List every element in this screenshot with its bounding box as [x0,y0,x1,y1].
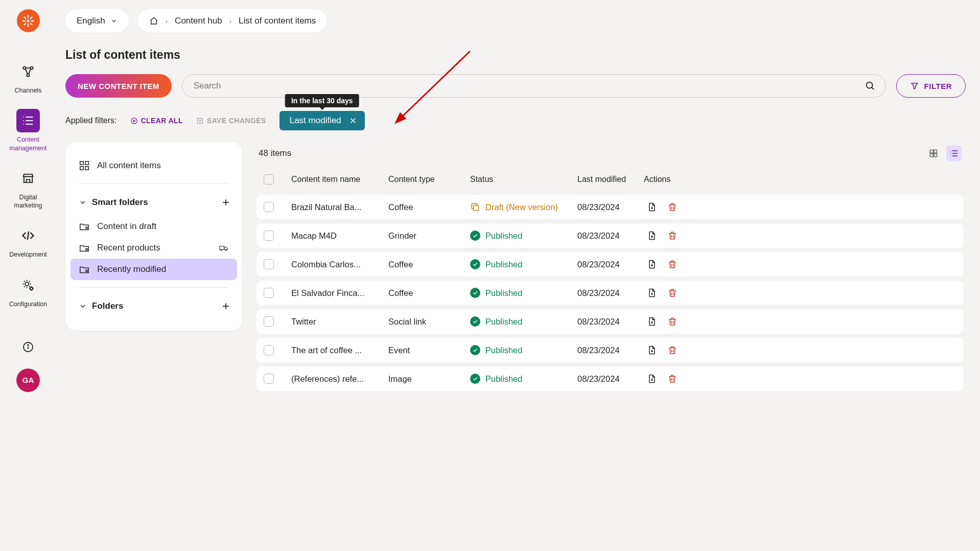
row-name: (References) refe... [291,374,388,384]
svg-point-19 [25,282,29,286]
table-header: Content item name Content type Status La… [256,168,964,191]
open-button[interactable] [647,374,657,384]
file-arrow-icon [647,345,657,355]
open-button[interactable] [647,316,657,327]
svg-line-25 [872,87,874,89]
check-circle-icon [470,288,480,298]
folders-header[interactable]: Folders [65,293,242,319]
file-arrow-icon [647,288,657,298]
open-button[interactable] [647,231,657,241]
delete-button[interactable] [667,231,678,241]
row-checkbox[interactable] [264,288,274,298]
add-folder-button[interactable] [219,299,233,313]
col-modified[interactable]: Last modified [577,175,644,184]
row-checkbox[interactable] [264,374,274,384]
app-logo[interactable] [17,9,40,32]
svg-line-18 [28,232,29,240]
nav-configuration-label: Configuration [9,300,47,308]
delete-button[interactable] [667,202,678,212]
row-status: Published [470,316,577,327]
clear-all-button[interactable]: CLEAR ALL [130,117,183,125]
filter-button[interactable]: FILTER [896,74,966,98]
nav-content-management[interactable]: Content management [0,104,56,157]
file-arrow-icon [647,202,657,212]
col-type[interactable]: Content type [388,175,470,184]
smart-folder-content-in-draft[interactable]: Content in draft [65,216,242,237]
nav-content-mgmt-label: Content management [10,135,47,152]
row-checkbox[interactable] [264,345,274,355]
col-status[interactable]: Status [470,175,577,184]
new-content-item-button[interactable]: NEW CONTENT ITEM [65,74,172,98]
smart-folders-header[interactable]: Smart folders [65,189,242,216]
filter-chip-last-modified[interactable]: In the last 30 days Last modified [279,111,365,130]
file-arrow-icon [647,259,657,269]
language-selector[interactable]: English [65,9,129,33]
open-button[interactable] [647,345,657,355]
row-checkbox[interactable] [264,231,274,241]
delete-button[interactable] [667,259,678,269]
trash-icon [667,202,678,212]
filter-icon [910,81,919,90]
delete-button[interactable] [667,374,678,384]
table-row[interactable]: Brazil Natural Ba...CoffeeDraft (New ver… [256,195,964,219]
row-actions [644,374,705,384]
plus-icon [221,197,231,208]
svg-point-23 [28,345,29,346]
table-row[interactable]: Colombia Carlos...CoffeePublished08/23/2… [256,252,964,277]
info-button[interactable] [19,338,37,356]
file-arrow-icon [647,231,657,241]
delete-button[interactable] [667,345,678,355]
svg-point-44 [225,249,227,251]
check-circle-icon [470,374,480,384]
table-row[interactable]: El Salvador Finca...CoffeePublished08/23… [256,281,964,305]
delete-button[interactable] [667,288,678,298]
filter-button-label: FILTER [924,82,952,90]
open-button[interactable] [647,288,657,298]
table-row[interactable]: Macap M4DGrinderPublished08/23/2024 [256,223,964,248]
svg-point-24 [866,82,872,88]
user-avatar[interactable]: GA [16,369,40,392]
filter-chip-label: Last modified [290,116,341,126]
nav-digital-marketing-label: Digital marketing [14,193,42,210]
chevron-down-icon [110,17,118,25]
row-checkbox[interactable] [264,259,274,269]
all-content-items-label: All content items [97,160,161,171]
row-status: Published [470,345,577,355]
nav-configuration[interactable]: Configuration [0,268,56,313]
folder-gear-icon [79,221,90,232]
table-row[interactable]: TwitterSocial linkPublished08/23/2024 [256,309,964,334]
nav-channels[interactable]: Channels [0,55,56,100]
list-view-button[interactable] [946,146,962,161]
row-type: Grinder [388,231,470,241]
smart-folder-recently-modified[interactable]: Recently modified [71,259,237,280]
row-type: Image [388,374,470,384]
nav-development[interactable]: Development [0,219,56,264]
delete-button[interactable] [667,316,678,327]
clear-all-label: CLEAR ALL [141,117,183,125]
row-checkbox[interactable] [264,202,274,212]
table-row[interactable]: The art of coffee ...EventPublished08/23… [256,338,964,362]
smart-folder-recent-products[interactable]: Recent products [65,237,242,259]
table-row[interactable]: (References) refe...ImagePublished08/23/… [256,366,964,391]
grid-icon [928,148,939,158]
open-button[interactable] [647,202,657,212]
code-icon [21,228,35,243]
grid-view-button[interactable] [926,146,941,161]
open-button[interactable] [647,259,657,269]
filter-chip-remove[interactable] [348,116,358,125]
language-label: English [77,16,105,26]
svg-point-43 [221,249,222,251]
all-content-items[interactable]: All content items [65,154,242,180]
col-name[interactable]: Content item name [291,175,388,184]
row-checkbox[interactable] [264,316,274,327]
gear-icon [21,278,35,292]
svg-rect-37 [85,167,88,170]
breadcrumb-content-hub[interactable]: Content hub [175,16,222,26]
nav-digital-marketing[interactable]: Digital marketing [0,162,56,215]
folder-gear-icon [79,242,90,254]
add-smart-folder-button[interactable] [219,195,233,210]
select-all-checkbox[interactable] [264,174,274,185]
breadcrumb-home[interactable] [149,16,158,26]
search-icon[interactable] [865,80,876,91]
plus-square-icon [196,117,204,125]
